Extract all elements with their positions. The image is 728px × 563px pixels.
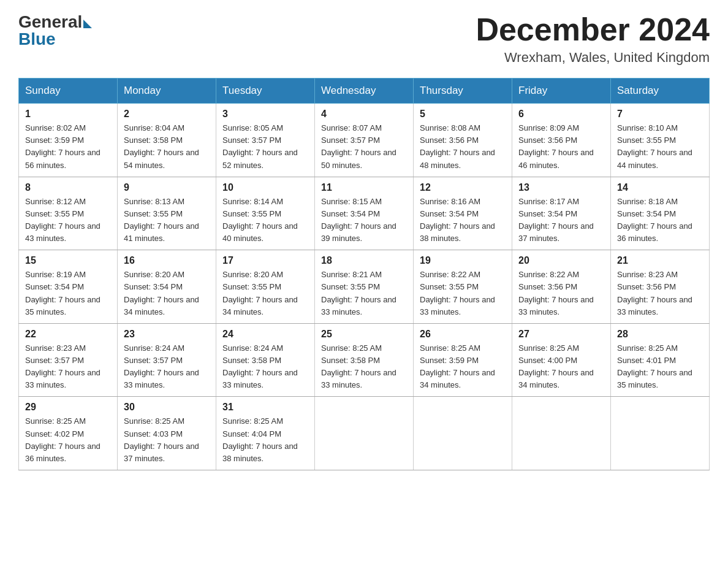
day-info: Sunrise: 8:23 AMSunset: 3:57 PMDaylight:…	[25, 342, 111, 392]
calendar-week-1: 1 Sunrise: 8:02 AMSunset: 3:59 PMDayligh…	[19, 104, 710, 177]
day-number: 14	[617, 182, 703, 193]
day-info: Sunrise: 8:16 AMSunset: 3:54 PMDaylight:…	[420, 196, 506, 245]
day-of-week-friday: Friday	[512, 79, 611, 104]
day-info: Sunrise: 8:15 AMSunset: 3:54 PMDaylight:…	[321, 196, 407, 245]
page-header: General Blue December 2024 Wrexham, Wale…	[18, 12, 710, 66]
day-number: 24	[222, 329, 308, 340]
calendar-cell: 21 Sunrise: 8:23 AMSunset: 3:56 PMDaylig…	[611, 250, 710, 324]
calendar-cell: 19 Sunrise: 8:22 AMSunset: 3:55 PMDaylig…	[414, 250, 512, 324]
title-block: December 2024 Wrexham, Wales, United Kin…	[476, 12, 710, 66]
day-info: Sunrise: 8:20 AMSunset: 3:55 PMDaylight:…	[222, 269, 308, 318]
calendar-cell: 5 Sunrise: 8:08 AMSunset: 3:56 PMDayligh…	[414, 104, 512, 177]
day-number: 18	[321, 255, 407, 266]
calendar-week-4: 22 Sunrise: 8:23 AMSunset: 3:57 PMDaylig…	[19, 323, 710, 397]
day-of-week-monday: Monday	[118, 79, 216, 104]
day-number: 26	[420, 329, 506, 340]
day-info: Sunrise: 8:17 AMSunset: 3:54 PMDaylight:…	[518, 196, 604, 245]
calendar-cell: 8 Sunrise: 8:12 AMSunset: 3:55 PMDayligh…	[19, 177, 118, 250]
calendar-cell: 16 Sunrise: 8:20 AMSunset: 3:54 PMDaylig…	[118, 250, 216, 324]
day-of-week-wednesday: Wednesday	[315, 79, 414, 104]
calendar-cell: 23 Sunrise: 8:24 AMSunset: 3:57 PMDaylig…	[118, 323, 216, 397]
calendar-cell: 6 Sunrise: 8:09 AMSunset: 3:56 PMDayligh…	[512, 104, 611, 177]
calendar-cell: 20 Sunrise: 8:22 AMSunset: 3:56 PMDaylig…	[512, 250, 611, 324]
calendar-cell: 18 Sunrise: 8:21 AMSunset: 3:55 PMDaylig…	[315, 250, 414, 324]
day-info: Sunrise: 8:25 AMSunset: 4:00 PMDaylight:…	[518, 342, 604, 392]
calendar-cell: 3 Sunrise: 8:05 AMSunset: 3:57 PMDayligh…	[216, 104, 315, 177]
day-number: 31	[222, 402, 308, 413]
calendar-cell: 26 Sunrise: 8:25 AMSunset: 3:59 PMDaylig…	[414, 323, 512, 397]
day-number: 12	[420, 182, 506, 193]
day-info: Sunrise: 8:24 AMSunset: 3:58 PMDaylight:…	[222, 342, 308, 392]
logo: General Blue	[18, 12, 92, 49]
day-info: Sunrise: 8:05 AMSunset: 3:57 PMDaylight:…	[222, 122, 308, 172]
day-number: 28	[617, 329, 703, 340]
calendar-cell: 11 Sunrise: 8:15 AMSunset: 3:54 PMDaylig…	[315, 177, 414, 250]
day-number: 29	[25, 402, 111, 413]
calendar-cell: 2 Sunrise: 8:04 AMSunset: 3:58 PMDayligh…	[118, 104, 216, 177]
day-info: Sunrise: 8:18 AMSunset: 3:54 PMDaylight:…	[617, 196, 703, 245]
day-info: Sunrise: 8:04 AMSunset: 3:58 PMDaylight:…	[124, 122, 210, 172]
day-number: 1	[25, 109, 111, 120]
day-number: 17	[222, 255, 308, 266]
day-number: 21	[617, 255, 703, 266]
calendar-cell: 15 Sunrise: 8:19 AMSunset: 3:54 PMDaylig…	[19, 250, 118, 324]
day-info: Sunrise: 8:24 AMSunset: 3:57 PMDaylight:…	[124, 342, 210, 392]
day-info: Sunrise: 8:07 AMSunset: 3:57 PMDaylight:…	[321, 122, 407, 172]
day-number: 27	[518, 329, 604, 340]
day-number: 11	[321, 182, 407, 193]
calendar-cell: 17 Sunrise: 8:20 AMSunset: 3:55 PMDaylig…	[216, 250, 315, 324]
day-of-week-sunday: Sunday	[19, 79, 118, 104]
day-info: Sunrise: 8:12 AMSunset: 3:55 PMDaylight:…	[25, 196, 111, 245]
calendar-cell: 9 Sunrise: 8:13 AMSunset: 3:55 PMDayligh…	[118, 177, 216, 250]
day-number: 3	[222, 109, 308, 120]
calendar-cell: 27 Sunrise: 8:25 AMSunset: 4:00 PMDaylig…	[512, 323, 611, 397]
calendar-cell: 12 Sunrise: 8:16 AMSunset: 3:54 PMDaylig…	[414, 177, 512, 250]
day-number: 25	[321, 329, 407, 340]
calendar-cell: 30 Sunrise: 8:25 AMSunset: 4:03 PMDaylig…	[118, 397, 216, 470]
day-info: Sunrise: 8:13 AMSunset: 3:55 PMDaylight:…	[124, 196, 210, 245]
calendar-body: 1 Sunrise: 8:02 AMSunset: 3:59 PMDayligh…	[19, 104, 710, 470]
day-of-week-tuesday: Tuesday	[216, 79, 315, 104]
month-title: December 2024	[476, 12, 710, 47]
location-text: Wrexham, Wales, United Kingdom	[476, 50, 710, 66]
day-info: Sunrise: 8:25 AMSunset: 4:03 PMDaylight:…	[124, 415, 210, 465]
day-of-week-saturday: Saturday	[611, 79, 710, 104]
day-of-week-thursday: Thursday	[414, 79, 512, 104]
calendar-cell	[611, 397, 710, 470]
calendar-header: SundayMondayTuesdayWednesdayThursdayFrid…	[19, 79, 710, 104]
day-number: 19	[420, 255, 506, 266]
day-number: 7	[617, 109, 703, 120]
day-number: 2	[124, 109, 210, 120]
day-number: 5	[420, 109, 506, 120]
day-number: 4	[321, 109, 407, 120]
day-info: Sunrise: 8:21 AMSunset: 3:55 PMDaylight:…	[321, 269, 407, 318]
day-number: 6	[518, 109, 604, 120]
day-number: 20	[518, 255, 604, 266]
calendar-cell: 24 Sunrise: 8:24 AMSunset: 3:58 PMDaylig…	[216, 323, 315, 397]
calendar-cell	[512, 397, 611, 470]
day-number: 15	[25, 255, 111, 266]
calendar-cell: 25 Sunrise: 8:25 AMSunset: 3:58 PMDaylig…	[315, 323, 414, 397]
logo-arrow-icon	[83, 20, 92, 28]
day-number: 23	[124, 329, 210, 340]
day-number: 10	[222, 182, 308, 193]
day-number: 16	[124, 255, 210, 266]
day-number: 30	[124, 402, 210, 413]
calendar-cell: 14 Sunrise: 8:18 AMSunset: 3:54 PMDaylig…	[611, 177, 710, 250]
day-number: 8	[25, 182, 111, 193]
calendar-week-5: 29 Sunrise: 8:25 AMSunset: 4:02 PMDaylig…	[19, 397, 710, 470]
calendar-cell: 31 Sunrise: 8:25 AMSunset: 4:04 PMDaylig…	[216, 397, 315, 470]
calendar-week-2: 8 Sunrise: 8:12 AMSunset: 3:55 PMDayligh…	[19, 177, 710, 250]
calendar-cell: 4 Sunrise: 8:07 AMSunset: 3:57 PMDayligh…	[315, 104, 414, 177]
day-number: 13	[518, 182, 604, 193]
day-info: Sunrise: 8:10 AMSunset: 3:55 PMDaylight:…	[617, 122, 703, 172]
day-info: Sunrise: 8:25 AMSunset: 3:58 PMDaylight:…	[321, 342, 407, 392]
calendar-table: SundayMondayTuesdayWednesdayThursdayFrid…	[18, 78, 710, 470]
day-info: Sunrise: 8:20 AMSunset: 3:54 PMDaylight:…	[124, 269, 210, 318]
day-info: Sunrise: 8:25 AMSunset: 3:59 PMDaylight:…	[420, 342, 506, 392]
day-info: Sunrise: 8:08 AMSunset: 3:56 PMDaylight:…	[420, 122, 506, 172]
day-info: Sunrise: 8:25 AMSunset: 4:01 PMDaylight:…	[617, 342, 703, 392]
calendar-cell: 28 Sunrise: 8:25 AMSunset: 4:01 PMDaylig…	[611, 323, 710, 397]
calendar-cell	[315, 397, 414, 470]
day-info: Sunrise: 8:19 AMSunset: 3:54 PMDaylight:…	[25, 269, 111, 318]
